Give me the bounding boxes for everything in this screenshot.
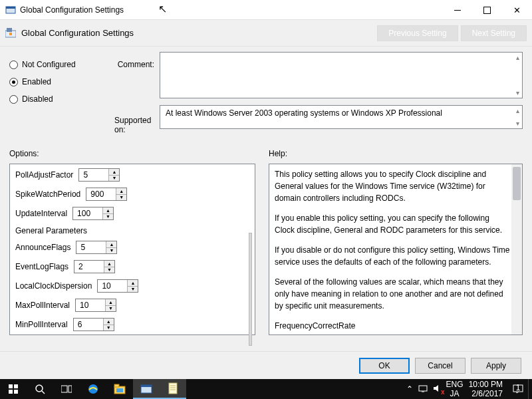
lang-secondary: JA [450,389,460,398]
taskbar-ie-icon[interactable] [80,379,106,399]
svg-rect-1 [6,7,15,9]
action-center-icon[interactable]: 1 [508,379,528,399]
taskbar-clock[interactable]: 10:00 PM 2/6/2017 [464,380,508,399]
option-value: 2 [74,261,104,273]
splitter-handle[interactable] [249,233,252,346]
scroll-up-icon: ▴ [516,54,519,61]
radio-enabled[interactable]: Enabled [9,77,109,86]
option-label: LocalClockDispersion [15,281,92,291]
spin-down-icon[interactable]: ▼ [104,325,114,331]
svg-text:1: 1 [516,384,521,392]
spin-up-icon[interactable]: ▲ [109,169,119,176]
language-indicator[interactable]: ENG JA [446,380,464,399]
help-text: This policy setting allows you to specif… [275,168,510,204]
spin-down-icon[interactable]: ▼ [106,306,116,312]
policy-header: Global Configuration Settings Previous S… [0,20,532,47]
spin-down-icon[interactable]: ▼ [103,214,113,220]
previous-setting-button[interactable]: Previous Setting [377,25,458,41]
option-value: 100 [73,207,102,219]
taskbar-explorer-icon[interactable] [106,379,133,399]
next-setting-button[interactable]: Next Setting [461,25,527,41]
svg-line-10 [42,391,45,394]
announceflags-stepper[interactable]: 5 ▲▼ [76,241,117,254]
content-area: Not Configured Enabled Disabled Comment:… [0,47,532,359]
help-text: If you disable or do not configure this … [275,244,510,268]
option-heading-general: General Parameters [15,226,251,235]
tray-chevron-up-icon[interactable]: ⌃ [406,384,413,394]
spin-up-icon[interactable]: ▲ [104,261,114,267]
svg-rect-8 [14,390,18,394]
options-panel[interactable]: PollAdjustFactor 5 ▲▼ SpikeWatchPeriod 9… [9,164,255,335]
dialog-footer: OK Cancel Apply [0,351,532,379]
comment-textarea[interactable]: ▴ ▾ [160,52,523,98]
scrollbar-thumb[interactable] [513,167,521,200]
close-button[interactable] [502,0,532,20]
option-updateinterval: UpdateInterval 100 ▲▼ [15,207,251,220]
supported-on-value: At least Windows Server 2003 operating s… [166,108,442,118]
comment-label: Comment: [114,52,154,108]
spikewatchperiod-stepper[interactable]: 900 ▲▼ [86,188,127,201]
svg-rect-12 [68,386,72,392]
policy-icon [5,28,16,39]
option-label: UpdateInterval [15,209,67,218]
taskview-icon[interactable] [53,379,80,399]
minimize-button[interactable] [442,0,472,20]
localclockdispersion-stepper[interactable]: 10 ▲▼ [97,279,138,293]
svg-rect-11 [61,386,67,392]
clock-time: 10:00 PM [469,380,503,389]
spin-down-icon[interactable]: ▼ [128,287,138,293]
eventlogflags-stepper[interactable]: 2 ▲▼ [74,260,115,273]
taskbar: ⌃ x ENG JA 10:00 PM 2/6/2017 1 [0,379,532,399]
polladjustfactor-stepper[interactable]: 5 ▲▼ [78,168,120,182]
maxpollinterval-stepper[interactable]: 10 ▲▼ [75,299,116,312]
system-tray[interactable]: ⌃ x [402,384,446,394]
spin-up-icon[interactable]: ▲ [106,299,116,306]
minpollinterval-stepper[interactable]: 6 ▲▼ [73,318,114,331]
tray-volume-icon[interactable]: x [433,384,442,394]
tray-network-icon[interactable] [418,384,428,394]
option-minpollinterval: MinPollInterval 6 ▲▼ [15,318,251,331]
svg-rect-16 [116,388,123,392]
maximize-button[interactable] [472,0,502,20]
cancel-button[interactable]: Cancel [415,358,466,374]
help-panel[interactable]: This policy setting allows you to specif… [269,164,523,335]
radio-not-configured[interactable]: Not Configured [9,60,109,69]
help-text: FrequencyCorrectRate [275,320,510,332]
help-scrollbar[interactable] [511,164,522,334]
spin-up-icon[interactable]: ▲ [128,280,138,287]
show-desktop-button[interactable] [528,379,532,399]
spin-up-icon[interactable]: ▲ [116,188,126,195]
ok-button[interactable]: OK [359,358,410,374]
spin-down-icon[interactable]: ▼ [116,195,126,201]
option-label: AnnounceFlags [15,243,70,252]
option-maxpollinterval: MaxPollInterval 10 ▲▼ [15,299,251,312]
radio-icon [9,95,18,104]
spin-up-icon[interactable]: ▲ [106,241,116,248]
svg-rect-4 [9,33,12,35]
option-value: 10 [98,280,127,292]
spin-down-icon[interactable]: ▼ [104,267,114,273]
updateinterval-stepper[interactable]: 100 ▲▼ [72,207,114,220]
spin-up-icon[interactable]: ▲ [104,319,114,325]
options-label: Options: [9,149,255,158]
apply-button[interactable]: Apply [471,358,521,374]
option-value: 900 [86,188,116,200]
taskbar-notepad-icon[interactable] [160,379,186,399]
option-label: MaxPollInterval [15,301,70,310]
svg-rect-7 [9,390,13,394]
svg-rect-6 [14,384,18,388]
start-button[interactable] [0,379,27,399]
app-icon [5,5,16,15]
option-label: PollAdjustFactor [15,170,73,180]
option-value: 5 [76,241,106,253]
help-text: This parameter controls the rate at whic… [275,332,510,335]
radio-disabled[interactable]: Disabled [9,94,109,104]
spin-down-icon[interactable]: ▼ [106,248,116,254]
option-value: 5 [79,169,108,181]
svg-rect-3 [7,28,12,32]
spin-down-icon[interactable]: ▼ [109,176,119,182]
spin-up-icon[interactable]: ▲ [103,207,113,214]
scroll-down-icon: ▾ [516,120,519,127]
taskbar-gpedit-icon[interactable] [133,379,160,399]
search-icon[interactable] [27,379,53,399]
